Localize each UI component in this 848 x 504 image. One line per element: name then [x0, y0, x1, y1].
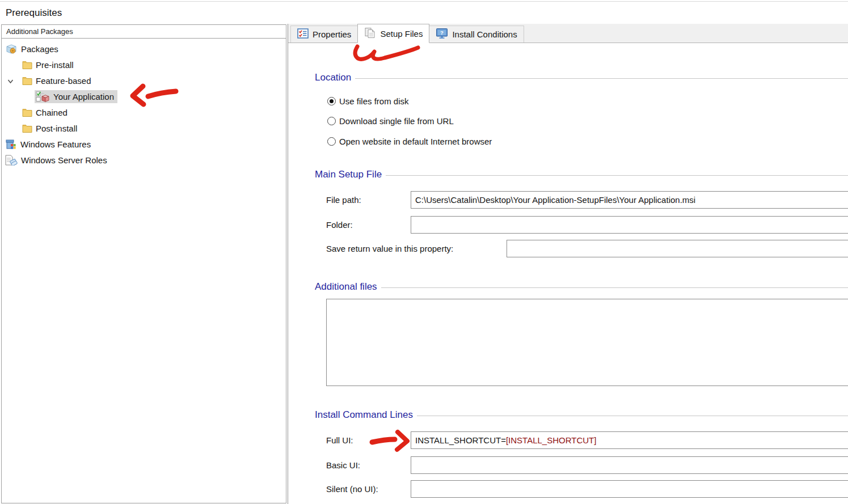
tree-item-chained[interactable]: Chained	[2, 104, 286, 120]
tree-item-label: Windows Features	[20, 139, 91, 149]
folder-icon	[22, 76, 32, 85]
monitor-question-icon: ?	[436, 28, 448, 41]
file-path-label: File path:	[326, 191, 361, 209]
save-return-label: Save return value in this property:	[326, 240, 453, 257]
full-ui-field[interactable]: INSTALL_SHORTCUT=[INSTALL_SHORTCUT]	[411, 431, 848, 449]
folder-label: Folder:	[326, 216, 353, 234]
panel-header: Additional Packages	[2, 25, 286, 39]
windows-server-roles-icon	[5, 155, 18, 166]
tab-label: Properties	[313, 29, 351, 39]
additional-files-list[interactable]	[326, 299, 848, 386]
tree-item-label: Pre-install	[36, 60, 74, 70]
section-main-setup-file: Main Setup File	[315, 169, 848, 180]
radio-icon[interactable]	[327, 117, 336, 125]
radio-download-single-file[interactable]: Download single file from URL	[327, 116, 454, 126]
file-path-input[interactable]	[411, 191, 848, 209]
tree-item-label: Your Application	[53, 92, 114, 101]
section-additional-files: Additional files	[315, 281, 848, 293]
folder-input[interactable]	[411, 216, 848, 234]
tab-label: Install Conditions	[452, 29, 517, 39]
prerequisites-screen: Prerequisites Additional Packages Packag…	[0, 0, 848, 504]
full-ui-label: Full UI:	[326, 431, 353, 449]
radio-use-files-from-disk[interactable]: Use files from disk	[327, 96, 409, 106]
silent-label: Silent (no UI):	[326, 480, 378, 498]
arrow-right-annotation-shaft	[372, 439, 395, 442]
application-package-icon	[36, 91, 50, 102]
radio-icon[interactable]	[327, 137, 336, 146]
tab-install-conditions[interactable]: ? Install Conditions	[429, 26, 524, 43]
basic-ui-label: Basic UI:	[326, 456, 360, 474]
section-location: Location	[315, 72, 848, 83]
page-title: Prerequisites	[6, 7, 62, 19]
radio-open-website[interactable]: Open website in default Internet browser	[327, 137, 492, 146]
command-plain-text: INSTALL_SHORTCUT=	[415, 435, 506, 445]
top-divider	[0, 1, 848, 2]
save-return-input[interactable]	[507, 240, 848, 257]
folder-icon	[22, 60, 32, 69]
panel-divider	[288, 24, 288, 504]
silent-input[interactable]	[411, 480, 848, 498]
chevron-expanded-icon[interactable]	[7, 77, 14, 87]
tree-item-label: Windows Server Roles	[21, 155, 107, 165]
tree-item-post-install[interactable]: Post-install	[2, 120, 286, 136]
command-property-text: [INSTALL_SHORTCUT]	[506, 435, 596, 445]
tree-item-packages[interactable]: Packages	[2, 41, 286, 57]
tree-item-label: Feature-based	[36, 76, 91, 86]
additional-packages-panel: Additional Packages Packages Pre-install	[1, 24, 286, 503]
tree-item-your-application[interactable]: Your Application	[2, 88, 286, 104]
windows-features-icon	[5, 139, 17, 150]
section-install-command-lines: Install Command Lines	[315, 409, 848, 421]
tree-item-pre-install[interactable]: Pre-install	[2, 57, 286, 73]
tree-item-label: Chained	[36, 108, 67, 117]
squiggle-underline-annotation	[355, 46, 418, 59]
radio-selected-icon[interactable]	[327, 97, 336, 105]
arrow-right-annotation-head	[397, 432, 407, 450]
folder-icon	[22, 108, 32, 117]
tree-item-label: Packages	[21, 44, 58, 54]
tree-item-label: Post-install	[36, 124, 77, 133]
basic-ui-input[interactable]	[411, 456, 848, 474]
packages-icon	[5, 44, 18, 54]
selected-highlight: Your Application	[35, 90, 117, 103]
tree-item-windows-features[interactable]: Windows Features	[2, 136, 286, 152]
svg-text:?: ?	[441, 29, 444, 36]
tab-strip: Properties Setup Files ?	[288, 24, 848, 43]
checklist-icon	[297, 28, 309, 41]
documents-icon	[364, 27, 376, 40]
folder-icon	[22, 124, 32, 133]
tree-item-windows-server-roles[interactable]: Windows Server Roles	[2, 152, 286, 168]
tree-item-feature-based[interactable]: Feature-based	[2, 73, 286, 88]
tab-setup-files[interactable]: Setup Files	[357, 24, 429, 43]
tab-label: Setup Files	[380, 29, 423, 39]
tab-properties[interactable]: Properties	[290, 26, 358, 43]
